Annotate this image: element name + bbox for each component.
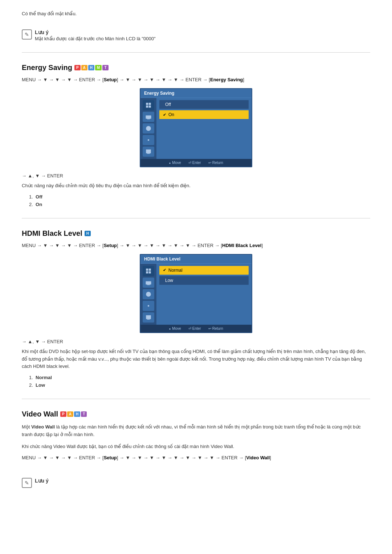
tv-menu-off: Off bbox=[159, 100, 249, 109]
svg-rect-8 bbox=[146, 149, 151, 153]
tv-icon-5 bbox=[143, 147, 154, 157]
badge-p: P bbox=[74, 65, 81, 70]
divider-2 bbox=[22, 218, 370, 218]
tv-icon-hdmi-5 bbox=[143, 312, 154, 323]
tv-icons-energy bbox=[140, 98, 156, 159]
tv-screen-energy-saving: Energy Saving bbox=[140, 88, 252, 167]
energy-arrow-instruction: → ▲, ▼ → ENTER bbox=[22, 173, 370, 178]
energy-description: Chức năng này điều chỉnh mức độ tiêu thụ… bbox=[22, 182, 370, 190]
tv-bottom-hdmi: ⬥ Move ⏎ Enter ↩ Return bbox=[140, 325, 252, 332]
tv-icon-hdmi-3 bbox=[143, 289, 154, 299]
tv-icon-hdmi-4 bbox=[143, 301, 154, 311]
note-icon-1: ✎ bbox=[22, 29, 32, 40]
hdmi-description: Khi một đầu DVD hoặc hộp set-top được kế… bbox=[22, 348, 370, 370]
svg-rect-4 bbox=[146, 115, 151, 119]
tv-menu-normal: ✔ Normal bbox=[159, 266, 249, 275]
svg-rect-15 bbox=[147, 284, 150, 285]
video-wall-title: Video Wall P A H T bbox=[22, 410, 370, 418]
tv-icons-hdmi bbox=[140, 264, 156, 325]
hdmi-enter-label: ⏎ Enter bbox=[188, 327, 201, 331]
svg-point-17 bbox=[148, 305, 150, 307]
badge-a: A bbox=[81, 65, 87, 70]
enter-label: ⏎ Enter bbox=[188, 161, 201, 165]
hdmi-list-item-2: 2. Low bbox=[29, 382, 370, 388]
svg-rect-0 bbox=[146, 103, 148, 105]
energy-list-item-1: 1. Off bbox=[29, 194, 370, 200]
tv-icon-1 bbox=[143, 100, 154, 110]
svg-rect-9 bbox=[147, 153, 150, 154]
badge-m: M bbox=[95, 65, 102, 70]
note-content-1: Mật khẩu được cài đặt trước cho Màn hình… bbox=[35, 36, 156, 41]
note-box-1: ✎ Lưu ý Mật khẩu được cài đặt trước cho … bbox=[22, 29, 370, 41]
tv-icon-2 bbox=[143, 112, 154, 122]
note-box-2: ✎ Lưu ý bbox=[22, 478, 370, 488]
hdmi-title: HDMI Black Level H bbox=[22, 229, 370, 238]
vw-badge-p: P bbox=[60, 411, 66, 417]
energy-saving-screen: Energy Saving bbox=[22, 88, 370, 167]
hdmi-arrow-instruction: → ▲, ▼ → ENTER bbox=[22, 339, 370, 344]
badge-hdmi-h: H bbox=[85, 231, 91, 236]
tv-screen-title-hdmi: HDMI Black Level bbox=[140, 255, 252, 264]
svg-rect-14 bbox=[146, 281, 151, 284]
svg-rect-1 bbox=[149, 103, 151, 105]
badge-h: H bbox=[88, 65, 94, 70]
svg-rect-3 bbox=[149, 106, 151, 108]
tv-menu-low: Low bbox=[159, 276, 249, 285]
vw-badge-t: T bbox=[81, 411, 87, 417]
video-wall-badges: P A H T bbox=[60, 411, 87, 417]
move-label: ⬥ Move bbox=[169, 161, 181, 165]
svg-rect-18 bbox=[146, 315, 151, 319]
video-wall-description1: Một Video Wall là tập hợp các màn hình h… bbox=[22, 423, 370, 439]
svg-point-7 bbox=[148, 139, 150, 141]
tv-content-energy: Off ✔ On bbox=[156, 98, 252, 159]
svg-rect-12 bbox=[146, 271, 148, 274]
badge-t: T bbox=[102, 65, 108, 70]
svg-rect-11 bbox=[149, 268, 151, 271]
note-label-1: Lưu ý bbox=[35, 29, 156, 35]
vw-badge-a: A bbox=[67, 411, 73, 417]
energy-saving-badges: P A H M T bbox=[74, 65, 109, 70]
tv-icon-hdmi-1 bbox=[143, 266, 154, 276]
svg-rect-2 bbox=[146, 106, 148, 108]
svg-rect-13 bbox=[149, 271, 151, 274]
svg-rect-10 bbox=[146, 268, 148, 271]
hdmi-menu-path: MENU → ▼ → ▼ → ▼ → ENTER → [Setup] → ▼ →… bbox=[22, 243, 370, 248]
svg-rect-5 bbox=[147, 119, 150, 119]
tv-screen-title-energy: Energy Saving bbox=[140, 89, 252, 98]
hdmi-return-label: ↩ Return bbox=[208, 327, 223, 331]
hdmi-screen: HDMI Black Level bbox=[22, 254, 370, 333]
hdmi-list: 1. Normal 2. Low bbox=[22, 375, 370, 388]
video-wall-menu-path: MENU → ▼ → ▼ → ▼ → ENTER → [Setup] → ▼ →… bbox=[22, 455, 370, 460]
hdmi-badges: H bbox=[85, 231, 91, 236]
intro-text: Có thể thay đổi mật khẩu. bbox=[22, 11, 370, 16]
tv-icon-hdmi-2 bbox=[143, 278, 154, 288]
svg-point-6 bbox=[146, 126, 151, 131]
svg-rect-19 bbox=[147, 319, 150, 320]
tv-icon-3 bbox=[143, 123, 154, 134]
tv-screen-hdmi: HDMI Black Level bbox=[140, 254, 252, 333]
tv-icon-4 bbox=[143, 135, 154, 145]
divider-3 bbox=[22, 399, 370, 399]
energy-saving-title: Energy Saving P A H M T bbox=[22, 63, 370, 72]
hdmi-list-item-1: 1. Normal bbox=[29, 375, 370, 380]
note-label-2: Lưu ý bbox=[35, 478, 49, 484]
divider-1 bbox=[22, 52, 370, 53]
return-label: ↩ Return bbox=[208, 161, 223, 165]
energy-saving-menu-path: MENU → ▼ → ▼ → ▼ → ENTER → [Setup] → ▼ →… bbox=[22, 77, 370, 82]
tv-menu-on: ✔ On bbox=[159, 110, 249, 119]
hdmi-move-label: ⬥ Move bbox=[169, 327, 181, 331]
svg-point-16 bbox=[146, 292, 151, 297]
video-wall-description2: Khi chức năng Video Wall được bật, bạn c… bbox=[22, 443, 370, 451]
energy-list: 1. Off 2. On bbox=[22, 194, 370, 207]
vw-badge-h: H bbox=[74, 411, 80, 417]
energy-list-item-2: 2. On bbox=[29, 202, 370, 207]
tv-bottom-energy: ⬥ Move ⏎ Enter ↩ Return bbox=[140, 159, 252, 167]
note-icon-2: ✎ bbox=[22, 478, 32, 488]
tv-content-hdmi: ✔ Normal Low bbox=[156, 264, 252, 325]
